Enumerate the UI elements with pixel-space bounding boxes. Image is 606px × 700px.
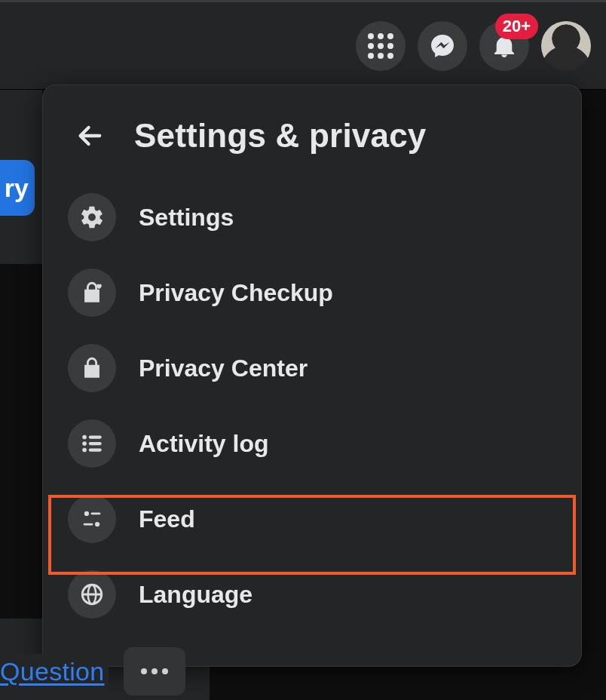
- notifications-button[interactable]: 20+: [479, 21, 529, 71]
- svg-point-2: [82, 448, 87, 453]
- svg-point-8: [95, 522, 99, 527]
- panel-title: Settings & privacy: [134, 117, 427, 155]
- menu-item-label: Language: [139, 581, 252, 609]
- messenger-icon: [429, 32, 456, 60]
- dots-icon: [141, 668, 147, 674]
- svg-point-6: [84, 511, 89, 516]
- settings-privacy-dropdown: Settings & privacy Settings Privacy Chec…: [42, 84, 582, 667]
- svg-rect-5: [89, 448, 102, 451]
- topbar: 20+: [0, 0, 606, 89]
- story-pill-label: ry: [5, 173, 29, 203]
- menu-item-settings[interactable]: Settings: [57, 180, 567, 255]
- menu-item-label: Feed: [139, 505, 195, 533]
- story-pill-partial[interactable]: ry: [0, 160, 35, 216]
- svg-point-0: [82, 435, 87, 440]
- svg-rect-9: [84, 523, 93, 526]
- messenger-button[interactable]: [418, 21, 467, 71]
- panel-header: Settings & privacy: [50, 101, 574, 180]
- gear-icon: [68, 193, 116, 241]
- menu-item-label: Privacy Center: [139, 355, 308, 382]
- menu-item-language[interactable]: Language: [57, 557, 567, 632]
- svg-rect-7: [91, 513, 101, 515]
- sliders-icon: [68, 495, 116, 543]
- back-button[interactable]: [69, 115, 112, 157]
- menu-item-feed[interactable]: Feed: [57, 481, 567, 557]
- menu-item-privacy-checkup[interactable]: Privacy Checkup: [57, 255, 567, 330]
- list-icon: [68, 419, 116, 468]
- globe-icon: [68, 570, 116, 619]
- notification-badge: 20+: [495, 14, 538, 39]
- panel-menu: Settings Privacy Checkup Privacy Center …: [50, 180, 574, 632]
- svg-point-1: [82, 441, 87, 446]
- menu-apps-button[interactable]: [356, 21, 406, 71]
- arrow-left-icon: [74, 119, 107, 152]
- account-avatar-button[interactable]: [541, 21, 591, 71]
- menu-item-label: Settings: [139, 204, 234, 232]
- more-options-button[interactable]: [124, 647, 185, 695]
- menu-item-label: Privacy Checkup: [139, 279, 333, 307]
- menu-item-privacy-center[interactable]: Privacy Center: [57, 330, 567, 406]
- svg-rect-4: [89, 442, 102, 445]
- svg-rect-3: [89, 435, 102, 438]
- menu-item-activity-log[interactable]: Activity log: [57, 406, 567, 481]
- lock-icon: [68, 344, 116, 392]
- grid-icon: [368, 33, 393, 59]
- question-link-partial[interactable]: Question: [0, 654, 109, 694]
- menu-item-label: Activity log: [139, 430, 268, 458]
- lock-heart-icon: [68, 269, 116, 317]
